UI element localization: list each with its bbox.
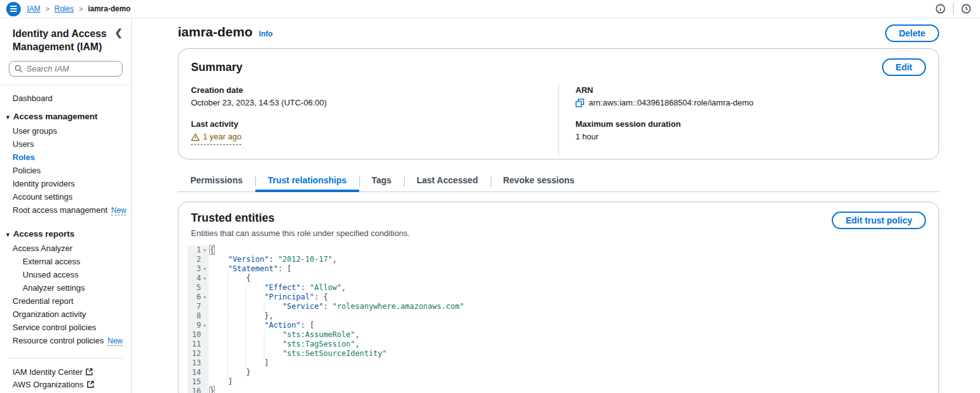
tab-permissions[interactable]: Permissions — [178, 172, 255, 191]
line-number: 16 — [187, 387, 209, 393]
triangle-down-icon: ▼ — [5, 114, 11, 121]
line-number: 1▾ — [187, 245, 209, 255]
breadcrumb: IAM > Roles > iamra-demo — [27, 4, 131, 13]
code-line: 2 "Version": "2012-10-17", — [187, 255, 930, 264]
code-line: 10 "sts:AssumeRole", — [187, 330, 930, 340]
sidebar-item-account-settings[interactable]: Account settings — [0, 190, 131, 203]
fold-spacer — [201, 377, 209, 387]
info-icon[interactable] — [935, 4, 945, 14]
search-input[interactable] — [26, 64, 117, 73]
search-box[interactable] — [9, 61, 122, 77]
line-number: 7 — [187, 302, 209, 311]
triangle-down-icon: ▼ — [5, 232, 11, 238]
code-line: 15 ] — [187, 377, 930, 387]
code-line: 11 "sts:TagSession", — [187, 340, 930, 349]
sidebar-item-iam-identity-center[interactable]: IAM Identity Center — [0, 366, 131, 379]
sidebar-item-access-analyzer[interactable]: Access Analyzer — [0, 242, 131, 255]
sidebar-item-credential-report[interactable]: Credential report — [0, 294, 131, 308]
cursor-bracket: { — [210, 245, 214, 254]
code-line: 14 } — [187, 368, 930, 377]
fold-toggle-icon[interactable]: ▾ — [201, 264, 209, 274]
sidebar-nav: Dashboard▼Access managementUser groupsUs… — [0, 85, 131, 391]
top-navigation-bar: IAM > Roles > iamra-demo — [0, 0, 980, 18]
trusted-entities-card: Trusted entities Entities that can assum… — [178, 202, 939, 393]
sidebar-item-root-access-management[interactable]: Root access managementNew — [0, 203, 131, 217]
tab-tags[interactable]: Tags — [359, 172, 405, 191]
max-session-label: Maximum session duration — [575, 119, 926, 130]
sidebar-item-identity-providers[interactable]: Identity providers — [0, 177, 131, 190]
topbar-divider — [953, 3, 954, 14]
fold-toggle-icon[interactable]: ▾ — [201, 274, 209, 283]
code-line: 9▾ "Action": [ — [187, 321, 930, 330]
line-number: 12 — [187, 349, 209, 358]
fold-spacer — [201, 255, 209, 264]
delete-button[interactable]: Delete — [885, 24, 939, 42]
line-number: 11 — [187, 340, 209, 349]
code-line: 16} — [187, 387, 930, 393]
sidebar-item-unused-access[interactable]: Unused access — [0, 268, 131, 281]
fold-toggle-icon[interactable]: ▾ — [201, 293, 209, 302]
search-icon — [14, 65, 23, 73]
sidebar-title: Identity and Access Management (IAM) — [13, 27, 107, 53]
tab-last-accessed[interactable]: Last Accessed — [404, 172, 491, 191]
breadcrumb-link-roles[interactable]: Roles — [55, 4, 74, 13]
sidebar-divider — [9, 358, 122, 358]
fold-toggle-icon[interactable]: ▾ — [201, 321, 209, 330]
trusted-entities-description: Entities that can assume this role under… — [191, 229, 410, 238]
page-title: iamra-demo — [178, 24, 253, 40]
chevron-left-icon[interactable]: ❮ — [114, 27, 122, 53]
creation-date-value: October 23, 2023, 14:53 (UTC-06:00) — [191, 97, 558, 109]
line-number: 3▾ — [187, 264, 209, 274]
warning-icon — [191, 133, 200, 141]
creation-date-label: Creation date — [191, 85, 558, 96]
last-activity-label: Last activity — [191, 119, 558, 130]
policy-json-editor[interactable]: 1▾{2 "Version": "2012-10-17",3▾ "Stateme… — [187, 245, 930, 393]
line-number: 14 — [187, 368, 209, 377]
edit-button[interactable]: Edit — [882, 58, 926, 76]
copy-icon[interactable] — [575, 99, 584, 107]
tab-trust-relationships[interactable]: Trust relationships — [255, 172, 359, 191]
sidebar-item-dashboard[interactable]: Dashboard — [0, 92, 131, 105]
sidebar-section-access-reports[interactable]: ▼Access reports — [0, 227, 131, 242]
sidebar-item-analyzer-settings[interactable]: Analyzer settings — [0, 281, 131, 294]
hamburger-menu-icon[interactable] — [6, 2, 21, 16]
fold-spacer — [201, 340, 209, 349]
fold-spacer — [201, 302, 209, 311]
new-badge[interactable]: New — [111, 206, 126, 215]
code-line: 5 "Effect": "Allow", — [187, 283, 930, 293]
line-number: 8 — [187, 311, 209, 321]
sidebar-item-user-groups[interactable]: User groups — [0, 124, 131, 137]
trusted-entities-title: Trusted entities — [191, 212, 410, 225]
sidebar-item-resource-control-policies[interactable]: Resource control policiesNew — [0, 334, 131, 348]
edit-trust-policy-button[interactable]: Edit trust policy — [832, 212, 926, 229]
line-number: 10 — [187, 330, 209, 340]
info-link[interactable]: Info — [259, 30, 273, 38]
fold-spacer — [201, 349, 209, 358]
sidebar-item-service-control-policies[interactable]: Service control policies — [0, 321, 131, 334]
clock-icon[interactable] — [961, 4, 971, 14]
code-line: 1▾{ — [187, 245, 930, 255]
code-line: 4▾ { — [187, 274, 930, 283]
fold-spacer — [201, 368, 209, 377]
summary-card: Summary Edit Creation date October 23, 2… — [178, 48, 939, 159]
tab-revoke-sessions[interactable]: Revoke sessions — [491, 172, 587, 191]
breadcrumb-link-iam[interactable]: IAM — [27, 4, 40, 13]
new-badge[interactable]: New — [107, 336, 122, 346]
breadcrumb-current: iamra-demo — [88, 4, 131, 13]
sidebar-item-external-access[interactable]: External access — [0, 255, 131, 268]
sidebar-item-organization-activity[interactable]: Organization activity — [0, 308, 131, 321]
sidebar-section-access-management[interactable]: ▼Access management — [0, 110, 131, 124]
fold-spacer — [201, 387, 209, 393]
line-number: 13 — [187, 358, 209, 368]
sidebar-item-users[interactable]: Users — [0, 137, 131, 151]
sidebar-item-aws-organizations[interactable]: AWS Organizations — [0, 379, 131, 391]
main-content: iamra-demo Info Delete Summary Edit Crea… — [132, 18, 980, 393]
last-activity-value[interactable]: 1 year ago — [191, 131, 241, 145]
cursor-bracket: } — [210, 387, 214, 393]
sidebar-item-roles[interactable]: Roles — [0, 151, 131, 164]
line-number: 6▾ — [187, 293, 209, 302]
sidebar-item-policies[interactable]: Policies — [0, 164, 131, 177]
sidebar: Identity and Access Management (IAM) ❮ D… — [0, 18, 132, 393]
tabs: PermissionsTrust relationshipsTagsLast A… — [178, 172, 939, 192]
fold-toggle-icon[interactable]: ▾ — [201, 245, 209, 255]
